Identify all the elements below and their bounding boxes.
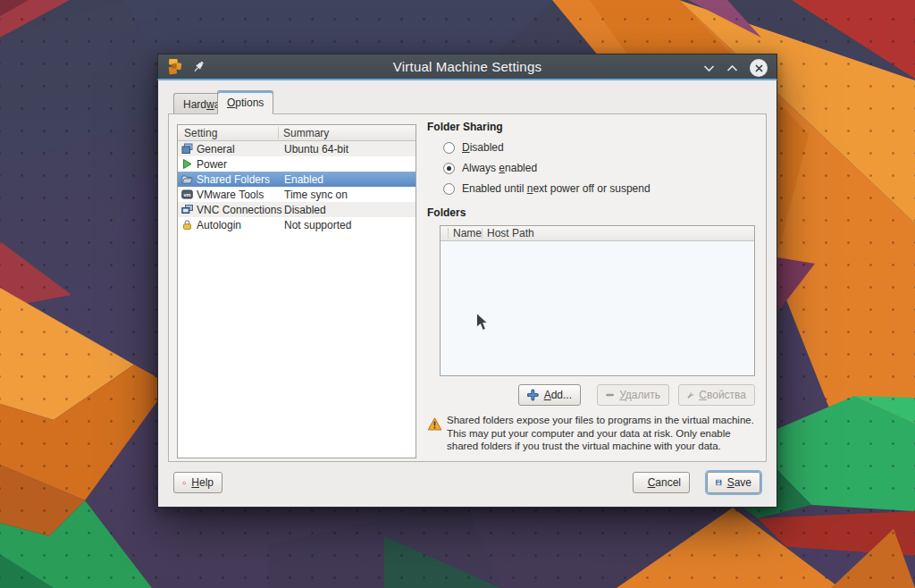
cancel-button[interactable]: Cancel [633,472,690,493]
folders-list[interactable]: Name Host Path [440,225,755,376]
radio-always-enabled-circle[interactable] [443,163,455,174]
column-header-summary: Summary [283,127,329,139]
general-icon [181,143,193,155]
properties-button[interactable]: Свойства [678,384,755,406]
radio-always-enabled[interactable]: Always enabled [443,161,537,175]
settings-row-vnc-connections[interactable]: VNC Connections Disabled [178,202,416,217]
column-header-setting: Setting [184,127,217,139]
radio-enabled-until-circle[interactable] [443,183,455,195]
save-button[interactable]: Save [707,472,760,493]
add-button[interactable]: Add... [518,384,581,406]
radio-disabled[interactable]: Disabled [443,140,504,155]
save-floppy-icon [716,476,722,489]
vmware-tools-icon: vm [181,189,193,200]
folder-sharing-heading: Folder Sharing [427,121,503,133]
cancel-x-icon [642,476,642,489]
column-header-host-path: Host Path [487,227,534,239]
svg-text:vm: vm [183,192,190,197]
shade-button[interactable] [703,64,715,72]
help-button[interactable]: Help [173,472,222,493]
settings-row-power[interactable]: Power [178,156,416,172]
folders-heading: Folders [427,206,466,219]
settings-list-header: Setting Summary [178,125,416,141]
plus-icon [527,389,539,401]
radio-enabled-until[interactable]: Enabled until next power off or suspend [443,181,651,196]
maximize-button[interactable] [726,64,738,72]
minus-icon [606,389,614,401]
warning-icon [427,417,442,431]
titlebar[interactable]: Virtual Machine Settings [157,54,777,80]
folders-list-header: Name Host Path [441,226,754,241]
vm-settings-window: Virtual Machine Settings Hardware Option… [157,54,777,508]
power-icon [181,158,193,170]
settings-list[interactable]: Setting Summary General Ubuntu 64-bit [177,124,416,458]
settings-row-shared-folders[interactable]: Shared Folders Enabled [178,172,416,187]
shared-folders-icon [181,173,193,185]
wrench-icon [687,389,693,401]
warning-text: Shared folders expose your files to prog… [447,414,760,453]
remove-button[interactable]: Удалить [597,384,669,406]
close-button[interactable] [750,59,768,77]
column-header-name: Name [453,227,482,239]
tab-options[interactable]: Options [217,90,273,114]
options-tab-page: Setting Summary General Ubuntu 64-bit [168,113,767,462]
vnc-icon [181,204,193,215]
help-lifebuoy-icon [182,476,186,490]
radio-disabled-circle[interactable] [443,142,455,154]
settings-row-vmware-tools[interactable]: vm VMware Tools Time sync on [178,187,416,202]
window-title: Virtual Machine Settings [158,59,776,74]
desktop: Virtual Machine Settings Hardware Option… [0,0,915,588]
autologin-icon [181,219,193,231]
settings-row-autologin[interactable]: Autologin Not supported [178,217,416,232]
settings-row-general[interactable]: General Ubuntu 64-bit [178,141,416,156]
